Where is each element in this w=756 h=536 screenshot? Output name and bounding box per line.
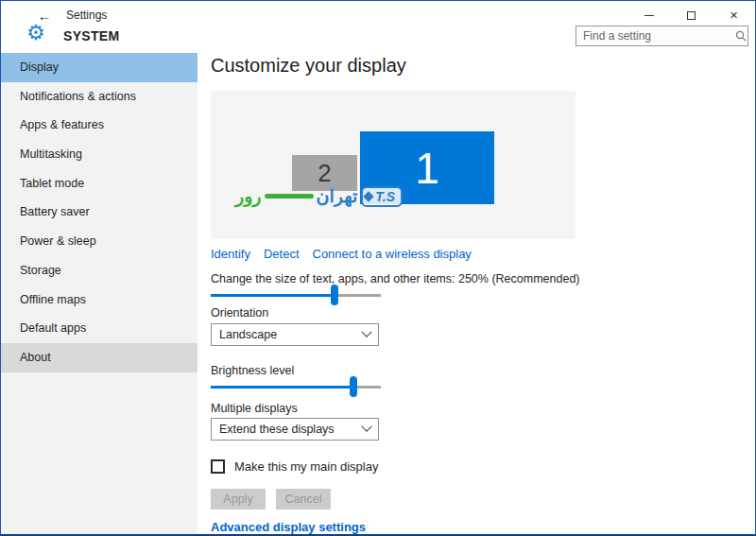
sidebar-item-notifications[interactable]: Notifications & actions: [1, 82, 198, 112]
scale-slider-label: Change the size of text, apps, and other…: [211, 272, 580, 285]
display-preview-panel: 2 1 رور تهران T.S: [211, 91, 576, 239]
orientation-label: Orientation: [211, 306, 268, 320]
maximize-icon: [687, 11, 696, 20]
identify-link[interactable]: Identify: [211, 247, 250, 261]
scale-slider-track[interactable]: [211, 294, 381, 297]
sidebar-item-tablet-mode[interactable]: Tablet mode: [1, 169, 198, 199]
multiple-displays-label: Multiple displays: [211, 402, 298, 415]
scale-slider[interactable]: [211, 285, 381, 305]
chevron-down-icon: [361, 422, 371, 432]
chevron-down-icon: [361, 327, 371, 337]
window-title: Settings: [66, 1, 107, 29]
sidebar-item-apps-features[interactable]: Apps & features: [1, 111, 198, 140]
action-buttons: Apply Cancel: [211, 489, 331, 510]
apply-button[interactable]: Apply: [211, 489, 266, 510]
sidebar-item-offline-maps[interactable]: Offline maps: [1, 285, 198, 315]
orientation-value: Landscape: [219, 328, 363, 341]
watermark-green-text: رور: [235, 185, 262, 207]
display-action-links: Identify Detect Connect to a wireless di…: [211, 247, 472, 261]
page-heading: Customize your display: [211, 55, 406, 77]
watermark-green-bar: [265, 194, 314, 199]
minimize-icon: [644, 15, 654, 16]
search-box[interactable]: [576, 26, 748, 46]
scale-slider-thumb[interactable]: [331, 285, 338, 305]
advanced-display-settings-link[interactable]: Advanced display settings: [211, 520, 366, 534]
brightness-slider[interactable]: [211, 376, 381, 397]
multiple-displays-value: Extend these displays: [219, 423, 363, 436]
main-display-checkbox-row[interactable]: Make this my main display: [211, 459, 378, 474]
close-icon: ✕: [730, 9, 738, 22]
settings-window: ← Settings ✕ ⚙ SYSTEM Display Notificati…: [0, 0, 756, 536]
brightness-slider-thumb[interactable]: [350, 376, 357, 397]
sidebar-item-display[interactable]: Display: [1, 53, 198, 82]
main-display-checkbox-label: Make this my main display: [234, 459, 378, 474]
multiple-displays-dropdown[interactable]: Extend these displays: [211, 418, 379, 441]
connect-wireless-display-link[interactable]: Connect to a wireless display: [313, 247, 472, 261]
watermark-ts-badge: T.S: [361, 186, 403, 207]
monitor-2-number: 2: [318, 159, 331, 188]
sidebar-item-storage[interactable]: Storage: [1, 256, 198, 285]
search-icon[interactable]: [733, 30, 747, 42]
brightness-label: Brightness level: [211, 364, 294, 377]
page-title: SYSTEM: [63, 28, 119, 43]
main-display-checkbox[interactable]: [211, 459, 225, 474]
cancel-button[interactable]: Cancel: [276, 489, 331, 510]
orientation-dropdown[interactable]: Landscape: [211, 323, 379, 346]
watermark-ts-text: T.S: [375, 189, 395, 204]
sidebar-item-multitasking[interactable]: Multitasking: [1, 140, 198, 169]
sidebar-item-battery-saver[interactable]: Battery saver: [1, 198, 198, 227]
watermark-logo: رور تهران T.S: [235, 185, 403, 207]
monitor-1-number: 1: [415, 143, 439, 194]
search-input[interactable]: [576, 29, 733, 43]
sidebar-item-power-sleep[interactable]: Power & sleep: [1, 227, 198, 256]
watermark-blue-text: تهران: [317, 185, 358, 207]
sidebar-item-about[interactable]: About: [1, 343, 198, 372]
watermark-diamond-icon: [364, 191, 374, 201]
sidebar: Display Notifications & actions Apps & f…: [1, 53, 198, 534]
detect-link[interactable]: Detect: [264, 247, 300, 261]
settings-gear-icon: ⚙: [26, 23, 45, 43]
sidebar-item-default-apps[interactable]: Default apps: [1, 314, 198, 343]
